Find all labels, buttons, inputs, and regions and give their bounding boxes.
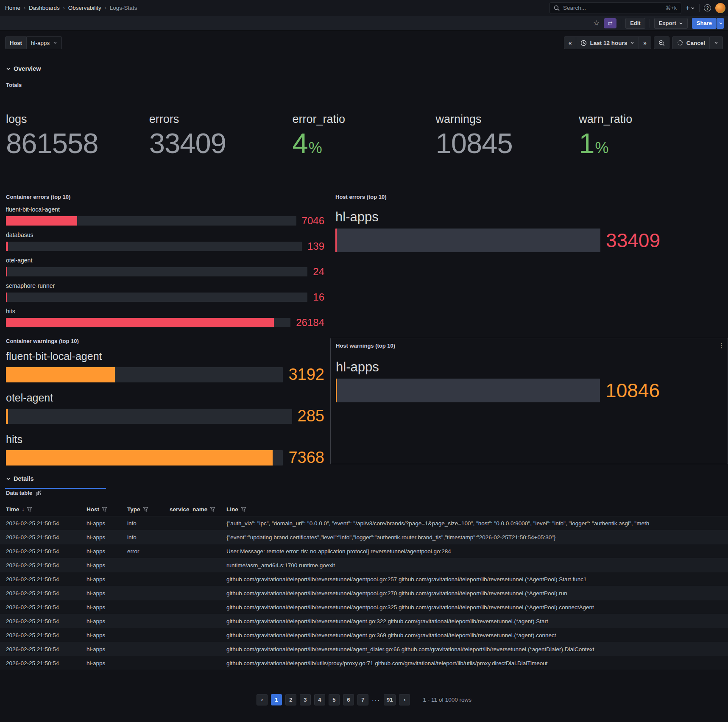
bar-category-label: otel-agent [6, 392, 324, 404]
table-row: 2026-02-25 21:50:54hl-appsgithub.com/gra… [0, 642, 728, 656]
panel-title[interactable]: Container errors (top 10) [6, 194, 70, 200]
panel-title[interactable]: Host warnings (top 10) [336, 343, 395, 349]
charts-grid: Container errors (top 10) fluent-bit-loc… [0, 194, 728, 464]
bar-gauge: 139 [6, 240, 324, 252]
type-cell: info [127, 520, 170, 527]
filter-funnel-icon[interactable] [241, 507, 246, 512]
table-row: 2026-02-25 21:50:54hl-appsgithub.com/gra… [0, 656, 728, 670]
panel-host-errors: Host errors (top 10) hl-apps33409 [330, 194, 728, 338]
panel-status-icon[interactable] [36, 490, 42, 496]
pagination-next-button[interactable]: › [399, 694, 410, 705]
time-range-picker[interactable]: Last 12 hours [576, 36, 639, 49]
pagination-page-2[interactable]: 2 [285, 694, 296, 705]
bar-row-semaphore-runner: semaphore-runner16 [6, 282, 324, 303]
avatar[interactable] [715, 3, 725, 13]
section-overview-label: Overview [14, 65, 41, 72]
column-header-time[interactable]: Time↓ [6, 506, 86, 513]
line-cell: github.com/gravitational/teleport/lib/re… [226, 618, 727, 624]
filter-funnel-icon[interactable] [143, 507, 148, 512]
edit-button[interactable]: Edit [625, 18, 645, 29]
bar-gauge: 24 [6, 266, 324, 278]
host-variable-value: hl-apps [31, 40, 50, 46]
breadcrumb-dashboards[interactable]: Dashboards [29, 5, 60, 11]
host-variable-select[interactable]: hl-apps [27, 36, 62, 49]
share-button[interactable]: Share [692, 18, 717, 29]
dynamic-dashboard-toggle-button[interactable]: ⇄ [604, 18, 616, 28]
panel-title[interactable]: Host errors (top 10) [335, 194, 387, 200]
bar-track [6, 450, 283, 466]
time-shift-back-button[interactable]: « [564, 36, 577, 49]
filter-funnel-icon[interactable] [210, 507, 215, 512]
section-overview-toggle[interactable]: Overview [0, 65, 728, 72]
table-row: 2026-02-25 21:50:54hl-appsgithub.com/gra… [0, 614, 728, 628]
totals-panel-title[interactable]: Totals [0, 82, 728, 88]
host-cell: hl-apps [86, 590, 127, 597]
stat-value: 10845 [435, 128, 579, 158]
column-header-type[interactable]: Type [127, 506, 170, 513]
time-range-label: Last 12 hours [590, 40, 627, 46]
stat-label: logs [6, 113, 149, 126]
breadcrumb-home[interactable]: Home [5, 5, 20, 11]
bar-category-label: semaphore-runner [6, 282, 324, 289]
pagination-page-7[interactable]: 7 [357, 694, 368, 705]
pagination-page-3[interactable]: 3 [300, 694, 311, 705]
line-cell: runtime/asm_amd64.s:1700 runtime.goexit [226, 562, 727, 569]
bar-gauge: 7046 [6, 215, 324, 227]
breadcrumb-separator: › [105, 5, 106, 11]
panel-menu-icon[interactable]: ⋮ [716, 341, 728, 350]
pagination-page-91[interactable]: 91 [384, 694, 396, 705]
column-header-host[interactable]: Host [86, 506, 127, 513]
bar-fill [6, 267, 7, 276]
pagination: ‹1234567···91›1 - 11 of 1000 rows [0, 694, 728, 705]
time-zoom-out-button[interactable] [654, 36, 669, 49]
stat-warnings: warnings10845 [435, 113, 579, 158]
pagination-page-5[interactable]: 5 [329, 694, 340, 705]
bar-row-fluent-bit-local-agent: fluent-bit-local-agent7046 [6, 206, 324, 227]
time-shift-forward-button[interactable]: » [639, 36, 651, 49]
breadcrumb-observability[interactable]: Observability [68, 5, 101, 11]
filter-funnel-icon[interactable] [27, 507, 32, 512]
stat-suffix: % [595, 140, 608, 156]
time-cell: 2026-02-25 21:50:54 [6, 520, 86, 527]
export-button[interactable]: Export [654, 18, 688, 29]
line-cell: github.com/gravitational/teleport/lib/ut… [226, 660, 727, 666]
section-details-toggle[interactable]: Details [0, 475, 728, 482]
zoom-out-icon [658, 40, 665, 46]
column-header-service_name[interactable]: service_name [170, 506, 226, 513]
chevron-down-icon [679, 21, 683, 25]
totals-stats-row: logs861558errors33409error_ratio4%warnin… [0, 113, 728, 158]
column-header-label: Line [226, 506, 238, 513]
bar-gauge: 33409 [335, 229, 660, 252]
bar-value: 10846 [605, 379, 660, 402]
pagination-summary: 1 - 11 of 1000 rows [423, 697, 471, 703]
panel-container-warnings: Container warnings (top 10) fluent-bit-l… [0, 338, 330, 464]
data-table-panel-title[interactable]: Data table [6, 490, 32, 496]
help-icon[interactable]: ? [704, 4, 711, 11]
star-icon[interactable]: ☆ [593, 19, 600, 28]
pagination-page-4[interactable]: 4 [314, 694, 325, 705]
table-row: 2026-02-25 21:50:54hl-appsgithub.com/gra… [0, 628, 728, 642]
bar-fill [6, 216, 77, 226]
host-variable-label: Host [5, 36, 27, 49]
share-dropdown-button[interactable] [717, 18, 724, 29]
stat-label: errors [149, 113, 293, 126]
chevron-down-icon [691, 6, 695, 10]
stat-number: 10845 [435, 128, 512, 158]
refresh-interval-dropdown[interactable] [710, 36, 723, 49]
host-cell: hl-apps [86, 660, 127, 666]
pagination-page-6[interactable]: 6 [343, 694, 354, 705]
filter-funnel-icon[interactable] [102, 507, 107, 512]
bar-row-hits: hits7368 [6, 433, 324, 467]
bar-gauge: 3192 [6, 365, 324, 384]
dashboard-controls: Host hl-apps « Last 12 hours » Cancel [0, 31, 728, 49]
panel-title[interactable]: Container warnings (top 10) [6, 338, 79, 344]
pagination-prev-button[interactable]: ‹ [257, 694, 268, 705]
breadcrumb-current-logs-stats: Logs-Stats [110, 5, 137, 11]
search-input[interactable]: Search... ⌘+k [549, 2, 681, 14]
column-header-line[interactable]: Line [226, 506, 727, 513]
pagination-page-1[interactable]: 1 [271, 694, 282, 705]
add-new-button[interactable]: + [686, 4, 695, 11]
panel-container-errors: Container errors (top 10) fluent-bit-loc… [0, 194, 330, 338]
cancel-refresh-button[interactable]: Cancel [672, 36, 710, 49]
bar-value: 33409 [606, 229, 660, 252]
